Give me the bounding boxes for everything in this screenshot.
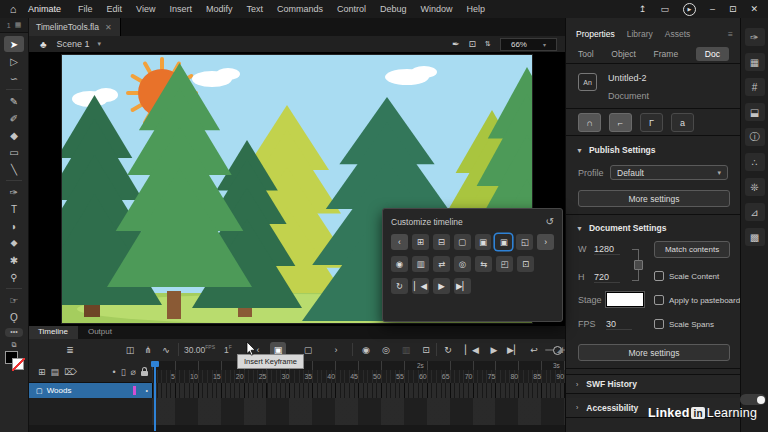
zoom-level-dropdown[interactable]: 66% ▾	[500, 38, 557, 51]
keyboard-panel-icon[interactable]: ▩	[745, 228, 765, 246]
hand-tool[interactable]: ☞	[4, 292, 24, 308]
timeline-tab-output[interactable]: Output	[78, 326, 122, 339]
bone-tool[interactable]: ⚲	[4, 269, 24, 285]
frame-ruler[interactable]: 51015202530354045505560657075808590	[152, 370, 565, 384]
info-panel-icon[interactable]: ⓘ	[745, 128, 765, 146]
popup-insert-frame-button[interactable]: ⊞	[412, 234, 429, 250]
panel-tab-library[interactable]: Library	[627, 29, 653, 39]
swap-colors-icon[interactable]: ⧉	[12, 341, 17, 349]
document-tab[interactable]: TimelineTools.fla ✕	[28, 18, 121, 36]
menu-window[interactable]: Window	[414, 4, 460, 14]
asset-warp-tool[interactable]: ✱	[4, 252, 24, 268]
snap-to-objects-toggle[interactable]: ∩	[578, 113, 601, 132]
scale-content-checkbox[interactable]: Scale Content	[654, 271, 719, 281]
publish-settings-header[interactable]: ▼ Publish Settings	[566, 142, 741, 158]
layer-view-icon[interactable]: ≣	[62, 342, 78, 357]
layer-depth-icon[interactable]: ∿	[158, 342, 174, 357]
link-dimensions-icon[interactable]	[634, 260, 643, 270]
hide-column-icon[interactable]: ⌀	[131, 367, 136, 377]
fps-field[interactable]: 30	[606, 319, 632, 330]
share-icon[interactable]: ↥	[639, 4, 647, 14]
timeline-tab-timeline[interactable]: Timeline	[28, 326, 78, 339]
workspace-icon[interactable]: ▭	[660, 4, 669, 14]
loop-button[interactable]: ↻	[440, 342, 456, 357]
paint-brush-tool[interactable]: ✑	[4, 184, 24, 200]
popup-onion-skin-button[interactable]: ◉	[391, 256, 408, 272]
add-layer-button[interactable]: ⊞	[38, 367, 46, 377]
asset-warp-panel-icon[interactable]: ❊	[745, 178, 765, 196]
onion-skin-outlines-button[interactable]: ◎	[378, 342, 394, 357]
match-contents-button[interactable]: Match contents	[654, 241, 730, 258]
color-swatches[interactable]	[4, 351, 24, 369]
stroke-color-swatch[interactable]	[12, 358, 24, 370]
graph-editor-panel-icon[interactable]: ⊿	[745, 203, 765, 221]
paint-bucket-tool[interactable]: ◗	[4, 218, 24, 234]
play-button[interactable]: ▶	[486, 342, 502, 357]
stage-color-swatch[interactable]	[606, 292, 644, 307]
playhead[interactable]	[154, 361, 156, 431]
popup-play-button[interactable]: ▶	[433, 278, 450, 294]
menu-file[interactable]: File	[71, 4, 100, 14]
menu-view[interactable]: View	[129, 4, 162, 14]
popup-swap-loop-button[interactable]: ⇆	[475, 256, 492, 272]
popup-swap-symbol-button[interactable]: ⇄	[433, 256, 450, 272]
lock-guides-toggle[interactable]: a	[671, 113, 694, 132]
test-movie-button[interactable]: ▶	[683, 3, 696, 16]
layer-name[interactable]: Woods	[47, 386, 72, 395]
transform-panel-icon[interactable]: ⬓	[745, 103, 765, 121]
checkbox[interactable]	[654, 319, 664, 329]
rectangle-tool[interactable]: ▭	[4, 144, 24, 160]
height-field[interactable]: 720	[594, 272, 620, 283]
close-tab-icon[interactable]: ✕	[105, 23, 112, 32]
menu-insert[interactable]: Insert	[162, 4, 199, 14]
zoom-tool[interactable]: Ǫ	[4, 309, 24, 325]
subtab-tool[interactable]: Tool	[578, 49, 594, 59]
fps-indicator[interactable]: 30.00FPS	[184, 344, 215, 355]
frame-picker-panel-icon[interactable]: ▦	[745, 53, 765, 71]
subselection-tool[interactable]: ▷	[4, 53, 24, 69]
highlight-column-icon[interactable]: •	[112, 367, 115, 377]
next-keyframe-button[interactable]: ›	[328, 342, 344, 357]
scene-name[interactable]: Scene 1	[57, 39, 90, 49]
center-stage-icon[interactable]: ⊡	[469, 39, 477, 49]
popup-prev-button[interactable]: ‹	[391, 234, 408, 250]
lasso-tool[interactable]: ∽	[4, 70, 24, 86]
menu-control[interactable]: Control	[330, 4, 373, 14]
width-field[interactable]: 1280	[594, 244, 620, 255]
restore-button[interactable]: ⊡	[729, 4, 737, 14]
panel-menu-icon[interactable]: ≡	[728, 29, 733, 39]
step-forward-button[interactable]: ▶▏	[506, 342, 522, 357]
popup-keyframe-button[interactable]: ▣	[475, 234, 492, 250]
popup-insert-keyframe-button[interactable]: ▣	[495, 234, 512, 250]
popup-edit-multiple-frames-button[interactable]: ◰	[496, 256, 513, 272]
panel-tab-assets[interactable]: Assets	[665, 29, 691, 39]
layer-status-dot[interactable]: •	[146, 387, 148, 394]
lock-column-icon[interactable]	[141, 371, 148, 376]
popup-step-forward-button[interactable]: ▶▏	[454, 278, 471, 294]
reset-icon[interactable]: ↺	[546, 216, 554, 227]
close-button[interactable]: ✕	[750, 4, 758, 14]
align-panel-icon[interactable]: #	[745, 78, 765, 96]
delete-layer-button[interactable]: ⌦	[64, 367, 77, 377]
outline-column-icon[interactable]: ▯	[121, 367, 126, 377]
text-tool[interactable]: T	[4, 201, 24, 217]
more-tools-button[interactable]: •••	[5, 328, 23, 337]
zoom-stepper[interactable]: ⇅	[485, 40, 491, 48]
scene-chevron-icon[interactable]: ▾	[98, 40, 102, 48]
snap-to-grid-toggle[interactable]: Γ	[640, 113, 663, 132]
home-icon[interactable]: ⌂	[0, 3, 26, 15]
menu-edit[interactable]: Edit	[100, 4, 130, 14]
popup-blank-keyframe-button[interactable]: ▢	[454, 234, 471, 250]
fluid-brush-tool[interactable]: ✎	[4, 93, 24, 109]
camera-icon[interactable]: ◫	[122, 342, 138, 357]
edit-multiple-frames-button[interactable]: ▥	[398, 342, 414, 357]
panel-tab-properties[interactable]: Properties	[576, 29, 615, 39]
eraser-tool[interactable]: ◆	[4, 127, 24, 143]
scale-spans-checkbox[interactable]: Scale Spans	[654, 319, 714, 329]
swf-history-section[interactable]: › SWF History	[566, 374, 741, 394]
resize-corner-icon[interactable]: ◢	[557, 345, 563, 354]
add-folder-button[interactable]: ▤	[51, 367, 60, 377]
minimize-button[interactable]: –	[710, 4, 715, 14]
profile-dropdown[interactable]: Default ▾	[610, 165, 728, 180]
undo-icon[interactable]: ↩	[526, 342, 542, 357]
